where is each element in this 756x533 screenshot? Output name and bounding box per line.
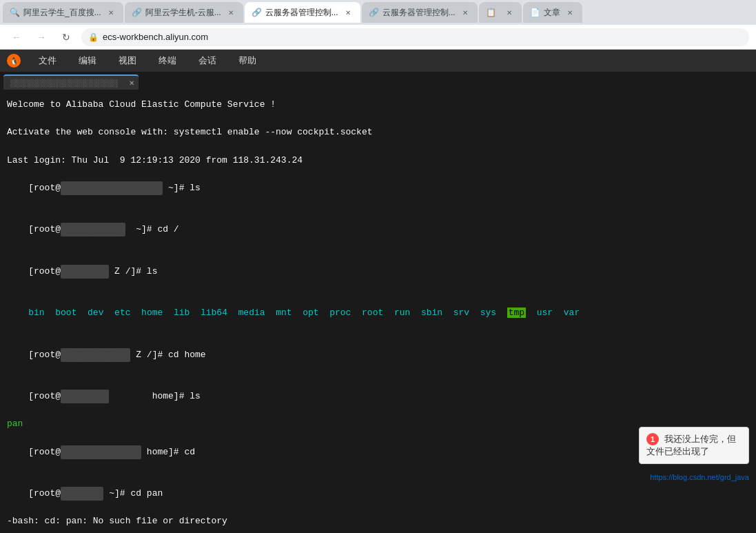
url-bar[interactable]: 🔒 ecs-workbench.aliyun.com <box>81 28 749 46</box>
tab-2-favicon: 🔗 <box>132 8 141 17</box>
lock-icon: 🔒 <box>88 32 99 42</box>
tab-3-favicon: 🔗 <box>252 8 261 17</box>
tab-4-close[interactable]: ✕ <box>460 7 471 18</box>
terminal-line-1: Welcome to Alibaba Cloud Elastic Compute… <box>7 98 749 112</box>
terminal-line-2: Activate the web console with: systemctl… <box>7 125 749 139</box>
annotation-box: 1 我还没上传完，但文件已经出现了 <box>639 427 749 464</box>
browser-chrome: 🔍 阿里云学生_百度搜... ✕ 🔗 阿里云学生机-云服... ✕ 🔗 云服务器… <box>0 0 756 50</box>
annotation-badge: 1 <box>646 433 659 445</box>
tab-6[interactable]: 📄 文章 ✕ <box>523 2 582 23</box>
menu-help[interactable]: 帮助 <box>234 52 260 70</box>
terminal-line-6: [root@░░░░░░░░░ Z /]# ls <box>7 251 749 292</box>
terminal-line-3: Last login: Thu Jul 9 12:19:13 2020 from… <box>7 154 749 168</box>
terminal-line-12: [root@░░░░░░░░ ~]# cd pan <box>7 473 749 514</box>
terminal-line-7: bin boot dev etc home lib lib64 media mn… <box>7 292 749 334</box>
tab-1-close[interactable]: ✕ <box>105 7 116 18</box>
terminal-line-blank2 <box>7 139 749 153</box>
terminal-line-8: [root@░░░░░░░░░░░░░ Z /]# cd home <box>7 334 749 375</box>
terminal-line-11: [root@░░░░░░░░░░░░░░░ home]# cd <box>7 431 749 472</box>
tab-2[interactable]: 🔗 阿里云学生机-云服... ✕ <box>125 2 243 23</box>
menu-file[interactable]: 文件 <box>34 52 61 70</box>
menu-view[interactable]: 视图 <box>114 52 141 70</box>
terminal-line-4: [root@░░░░░░░░░░░░░░░░░░░ ~]# ls <box>7 168 749 209</box>
terminal-logo: 🐧 <box>7 54 21 68</box>
terminal-line-5: [root@░░░░░░░░░░░░ ~]# cd / <box>7 209 749 250</box>
tab-1[interactable]: 🔍 阿里云学生_百度搜... ✕ <box>3 2 123 23</box>
terminal-line-14: [root@░░░░░░░ ~]# cd /pan/ <box>7 528 749 533</box>
terminal-line-9: [root@░░░░░░░░░ home]# ls <box>7 376 749 417</box>
tab-3-close[interactable]: ✕ <box>343 7 354 18</box>
address-bar: ← → ↻ 🔒 ecs-workbench.aliyun.com <box>0 25 756 50</box>
menu-terminal[interactable]: 终端 <box>154 52 181 70</box>
tab-bar: 🔍 阿里云学生_百度搜... ✕ 🔗 阿里云学生机-云服... ✕ 🔗 云服务器… <box>0 0 756 25</box>
back-button[interactable]: ← <box>7 28 26 47</box>
tab-2-label: 阿里云学生机-云服... <box>145 7 221 19</box>
terminal-line-blank1 <box>7 112 749 125</box>
terminal-body[interactable]: Welcome to Alibaba Cloud Elastic Compute… <box>0 92 756 533</box>
terminal-tab-1[interactable]: ░░░░░░░░░░░░░░░░░░░░ ✕ <box>3 74 139 90</box>
tab-6-close[interactable]: ✕ <box>564 7 575 18</box>
tab-5[interactable]: 📋 ✕ <box>479 2 522 23</box>
terminal-tab-close[interactable]: ✕ <box>129 79 134 87</box>
tab-6-label: 文章 <box>544 7 560 19</box>
terminal-menubar: 🐧 文件 编辑 视图 终端 会话 帮助 <box>0 50 756 72</box>
tab-4-label: 云服务器管理控制... <box>382 7 456 19</box>
tab-4-favicon: 🔗 <box>369 8 378 17</box>
tab-4[interactable]: 🔗 云服务器管理控制... ✕ <box>362 2 478 23</box>
tab-1-label: 阿里云学生_百度搜... <box>23 7 101 19</box>
tab-2-close[interactable]: ✕ <box>225 7 236 18</box>
terminal-line-13: -bash: cd: pan: No such file or director… <box>7 514 749 528</box>
menu-session[interactable]: 会话 <box>194 52 221 70</box>
terminal-tab-label: ░░░░░░░░░░░░░░░░░░░░ <box>10 79 118 87</box>
tab-3[interactable]: 🔗 云服务器管理控制... ✕ <box>245 2 360 23</box>
tab-6-favicon: 📄 <box>530 8 540 17</box>
menu-edit[interactable]: 编辑 <box>74 52 101 70</box>
refresh-button[interactable]: ↻ <box>57 28 76 47</box>
annotation-text: 我还没上传完，但文件已经出现了 <box>646 434 736 456</box>
terminal-line-10: pan <box>7 417 749 431</box>
tab-5-close[interactable]: ✕ <box>504 7 515 18</box>
tab-1-favicon: 🔍 <box>10 8 19 17</box>
url-text: ecs-workbench.aliyun.com <box>103 32 208 42</box>
tab-5-favicon: 📋 <box>486 8 496 17</box>
annotation-link[interactable]: https://blog.csdn.net/grd_java <box>650 472 749 483</box>
terminal-tabbar: ░░░░░░░░░░░░░░░░░░░░ ✕ <box>0 72 756 92</box>
tab-3-label: 云服务器管理控制... <box>265 7 338 19</box>
forward-button[interactable]: → <box>32 28 51 47</box>
